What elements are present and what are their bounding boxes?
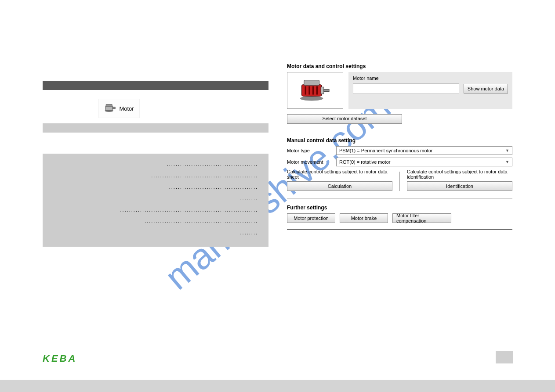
grey-panel: ........................................…: [43, 154, 268, 247]
motor-brake-button[interactable]: Motor brake: [340, 213, 388, 223]
chevron-down-icon: ▼: [505, 160, 509, 164]
identification-button[interactable]: Identification: [407, 181, 512, 191]
motor-filter-comp-button[interactable]: Motor filter compensation: [392, 213, 451, 223]
dotted-line: ........: [240, 196, 258, 201]
dotted-line: ........................................…: [145, 219, 258, 224]
motor-type-value: PSM(1) = Permanent synchrononous motor: [339, 148, 432, 153]
svg-rect-6: [304, 80, 319, 86]
dotted-line: ........................................…: [120, 207, 258, 212]
calc-left-hint: Calculate control settings subject to mo…: [287, 169, 392, 180]
motor-type-dropdown[interactable]: PSM(1) = Permanent synchrononous motor ▼: [336, 146, 512, 155]
motor-movement-value: ROT(0) = rotative motor: [339, 159, 390, 165]
motor-movement-row: Motor movement ROT(0) = rotative motor ▼: [287, 158, 512, 166]
calc-right-hint: Calculate control settings subject to mo…: [407, 169, 512, 180]
dotted-line: ........................................: [169, 184, 258, 190]
section-divider: [287, 131, 512, 131]
motor-tile-label: Motor: [119, 105, 134, 112]
further-settings-buttons: Motor protection Motor brake Motor filte…: [287, 213, 512, 223]
dark-band: [43, 81, 268, 90]
svg-rect-8: [324, 89, 329, 91]
dotted-line: ........: [240, 230, 258, 235]
svg-point-4: [300, 96, 323, 101]
footer-band: [0, 380, 555, 392]
show-motor-data-button[interactable]: Show motor data: [464, 84, 508, 94]
svg-rect-2: [106, 104, 112, 107]
motor-protection-button[interactable]: Motor protection: [287, 213, 335, 223]
motor-type-row: Motor type PSM(1) = Permanent synchronon…: [287, 146, 512, 155]
further-settings-title: Further settings: [287, 205, 512, 211]
motor-name-label: Motor name: [353, 76, 508, 81]
vertical-divider: [399, 172, 400, 191]
motor-name-area: Motor name Show motor data: [348, 72, 512, 109]
motor-header: Motor name Show motor data: [287, 72, 512, 109]
calculation-button[interactable]: Calculation: [287, 181, 392, 191]
chevron-down-icon: ▼: [505, 148, 509, 153]
settings-panel: Motor data and control settings: [287, 63, 512, 230]
motor-type-label: Motor type: [287, 148, 336, 153]
motor-movement-dropdown[interactable]: ROT(0) = rotative motor ▼: [336, 158, 512, 166]
svg-rect-3: [113, 107, 116, 109]
calc-left: Calculate control settings subject to mo…: [287, 169, 392, 191]
motor-image: [287, 72, 343, 109]
select-motor-dataset-button[interactable]: Select motor dataset: [287, 114, 402, 124]
manual-control-title: Manual control data setting: [287, 137, 512, 144]
motor-icon: [104, 103, 116, 114]
svg-rect-5: [302, 85, 322, 96]
section-divider: [287, 198, 512, 198]
svg-rect-7: [321, 87, 324, 94]
light-band: [43, 123, 268, 133]
section-end-divider: [287, 229, 512, 230]
motor-movement-label: Motor movement: [287, 159, 336, 165]
motor-tile[interactable]: Motor: [98, 99, 140, 118]
page-number-box: [496, 351, 513, 363]
dotted-line: ........................................…: [167, 162, 258, 167]
panel-title: Motor data and control settings: [287, 63, 512, 69]
motor-name-input[interactable]: [353, 83, 459, 94]
calc-right: Calculate control settings subject to mo…: [407, 169, 512, 191]
dotted-line: ........................................…: [151, 173, 258, 178]
calc-columns: Calculate control settings subject to mo…: [287, 169, 512, 191]
brand-logo: KEBA: [43, 353, 77, 364]
left-column: Motor ..................................…: [43, 81, 268, 247]
